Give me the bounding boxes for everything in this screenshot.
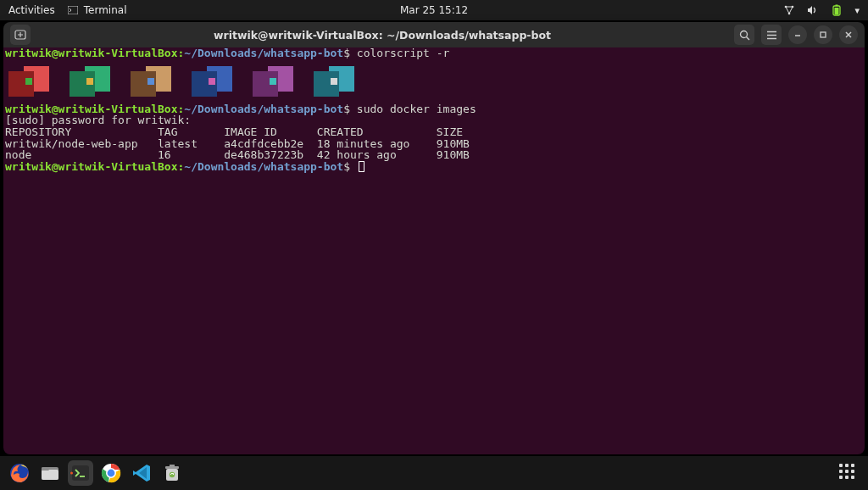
- maximize-button[interactable]: [814, 25, 832, 44]
- docker-images-table: REPOSITORY TAG IMAGE ID CREATED SIZE wri…: [5, 125, 470, 161]
- svg-rect-19: [42, 470, 58, 480]
- colorscript-glyph: [131, 66, 171, 97]
- activities-button[interactable]: Activities: [8, 4, 55, 16]
- battery-icon[interactable]: [831, 4, 843, 16]
- vscode-icon: [131, 462, 153, 484]
- terminal-window: writwik@writwik-VirtualBox: ~/Downloads/…: [3, 22, 865, 454]
- svg-rect-6: [835, 8, 839, 14]
- svg-line-9: [746, 36, 749, 40]
- dock-trash[interactable]: [159, 460, 185, 486]
- clock[interactable]: Mar 25 15:12: [400, 4, 468, 16]
- svg-point-29: [170, 472, 175, 477]
- dock: [0, 456, 868, 490]
- minimize-button[interactable]: [788, 25, 807, 44]
- svg-point-8: [740, 31, 747, 37]
- dock-vscode[interactable]: [129, 460, 154, 486]
- cursor: [359, 161, 364, 172]
- dock-terminal[interactable]: [68, 460, 93, 486]
- colorscript-glyph: [8, 66, 49, 97]
- colorscript-glyph: [253, 66, 293, 97]
- volume-icon[interactable]: [807, 4, 819, 16]
- new-tab-button[interactable]: [10, 25, 31, 45]
- window-title: writwik@writwik-VirtualBox: ~/Downloads/…: [37, 29, 727, 42]
- svg-rect-20: [42, 467, 49, 471]
- svg-rect-21: [72, 465, 89, 481]
- system-menu-caret-icon[interactable]: ▾: [854, 5, 860, 16]
- search-button[interactable]: [734, 25, 754, 45]
- colorscript-glyph: [314, 66, 354, 97]
- window-header: writwik@writwik-VirtualBox: ~/Downloads/…: [3, 22, 865, 47]
- dock-chrome[interactable]: [98, 460, 124, 486]
- files-icon: [39, 462, 61, 484]
- svg-rect-0: [68, 6, 78, 14]
- apps-grid-icon: [839, 464, 858, 482]
- close-button[interactable]: [839, 25, 858, 44]
- trash-icon: [161, 462, 183, 484]
- network-icon[interactable]: [783, 4, 795, 16]
- dock-firefox[interactable]: [7, 460, 32, 486]
- firefox-icon: [8, 462, 31, 484]
- show-applications-button[interactable]: [836, 460, 861, 486]
- colorscript-art: [5, 59, 863, 103]
- terminal-icon: [67, 4, 79, 16]
- app-menu[interactable]: Terminal: [67, 4, 127, 16]
- svg-rect-5: [836, 5, 838, 7]
- svg-rect-27: [165, 466, 179, 469]
- colorscript-glyph: [192, 66, 232, 97]
- svg-rect-14: [821, 32, 826, 37]
- hamburger-menu-button[interactable]: [761, 25, 782, 45]
- app-menu-label: Terminal: [84, 4, 127, 16]
- terminal-content[interactable]: writwik@writwik-VirtualBox:~/Downloads/w…: [3, 47, 865, 454]
- colorscript-glyph: [70, 66, 110, 97]
- chrome-icon: [100, 462, 122, 484]
- dock-files[interactable]: [37, 460, 63, 486]
- gnome-top-bar: Activities Terminal Mar 25 15:12 ▾: [0, 0, 868, 20]
- svg-rect-28: [170, 465, 175, 466]
